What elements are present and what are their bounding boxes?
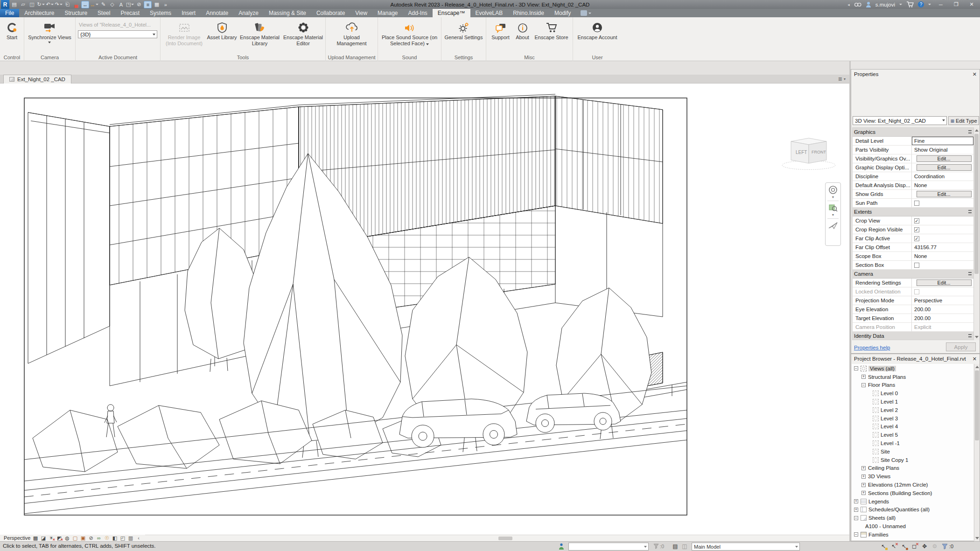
- crop-region-visible-checkbox[interactable]: ✓: [914, 227, 919, 232]
- user-name[interactable]: s.mujovi: [875, 2, 895, 7]
- viewcube[interactable]: LEFT FRONT: [780, 132, 837, 172]
- section-extents[interactable]: Extents: [853, 208, 973, 216]
- property-row[interactable]: Sun Path: [853, 199, 973, 208]
- tab-list-dropdown-icon[interactable]: ▾: [844, 77, 846, 81]
- tree-item[interactable]: +3D Views: [852, 472, 973, 481]
- tree-item[interactable]: +Structural Plans: [852, 373, 973, 381]
- property-row[interactable]: Camera PositionExplicit: [853, 323, 973, 332]
- tab-systems[interactable]: Systems: [145, 9, 176, 17]
- customize-qat-icon[interactable]: »: [161, 1, 169, 8]
- section-box-checkbox[interactable]: [914, 263, 919, 268]
- upload-management-button[interactable]: Upload Management: [335, 18, 368, 55]
- property-row[interactable]: Eye Elevation200.00: [853, 305, 973, 314]
- crop-view-checkbox[interactable]: ✓: [914, 218, 919, 223]
- tree-item[interactable]: −Families: [852, 530, 973, 539]
- property-row[interactable]: Section Box: [853, 261, 973, 270]
- view-tab-active[interactable]: Ext_Night_02 _CAD: [3, 75, 71, 84]
- design-options-combo[interactable]: [568, 543, 649, 551]
- tree-item[interactable]: Level 3: [852, 414, 973, 423]
- properties-scrollbar[interactable]: [973, 127, 979, 340]
- close-button[interactable]: ✕: [966, 0, 977, 9]
- type-selector-combo[interactable]: 3D View: Ext_Night_02 _CAD: [853, 116, 947, 125]
- tab-architecture[interactable]: Architecture: [19, 9, 59, 17]
- thin-lines-icon[interactable]: ≡: [144, 1, 152, 8]
- help-dropdown-icon[interactable]: [928, 4, 931, 5]
- property-row[interactable]: Parts VisibilityShow Original: [853, 146, 973, 154]
- measure-icon[interactable]: ↔: [81, 1, 89, 8]
- section-identity-data[interactable]: Identity Data: [853, 332, 973, 340]
- tree-item[interactable]: Level 0: [852, 389, 973, 398]
- undo-icon[interactable]: ↶: [46, 1, 54, 8]
- editable-only-filter-icon[interactable]: [653, 544, 659, 549]
- tree-item[interactable]: −Sheets (all): [852, 514, 973, 522]
- detail-level-icon[interactable]: ▩: [32, 535, 38, 541]
- tag-by-category-icon[interactable]: ◇: [108, 1, 116, 8]
- horizontal-scrollbar-thumb[interactable]: [498, 537, 512, 540]
- sun-path-checkbox[interactable]: [914, 201, 919, 206]
- enscape-material-editor-button[interactable]: Enscape Material Editor: [282, 18, 324, 55]
- tree-item[interactable]: Level -1: [852, 439, 973, 447]
- tree-item[interactable]: Level 5: [852, 431, 973, 439]
- property-row[interactable]: Default Analysis Disp...None: [853, 181, 973, 190]
- expander-icon[interactable]: +: [861, 466, 866, 470]
- tab-collaborate[interactable]: Collaborate: [311, 9, 350, 17]
- property-row[interactable]: Visibility/Graphics Ov...Edit...: [853, 154, 973, 163]
- tab-precast[interactable]: Precast: [115, 9, 145, 17]
- general-settings-button[interactable]: General Settings: [443, 18, 484, 55]
- worksharing-display-icon[interactable]: ▥: [127, 535, 133, 541]
- enscape-start-button[interactable]: Start: [5, 18, 19, 55]
- tree-item[interactable]: −Floor Plans: [852, 381, 973, 390]
- property-row[interactable]: DisciplineCoordination: [853, 172, 973, 181]
- show-crop-region-icon[interactable]: ▣: [80, 535, 86, 541]
- switch-windows-icon[interactable]: ▦: [153, 1, 161, 8]
- pan-icon[interactable]: [828, 221, 838, 230]
- redo-icon[interactable]: ↷: [55, 1, 63, 8]
- properties-help-link[interactable]: Properties help: [854, 345, 890, 350]
- property-row[interactable]: Projection ModePerspective: [853, 296, 973, 305]
- expander-icon[interactable]: +: [854, 499, 858, 503]
- expander-icon[interactable]: −: [854, 532, 858, 537]
- property-row[interactable]: Graphic Display Opti...Edit...: [853, 163, 973, 172]
- tab-modify[interactable]: Modify: [549, 9, 576, 17]
- tab-analyze[interactable]: Analyze: [233, 9, 264, 17]
- help-icon[interactable]: ?: [918, 1, 924, 7]
- scale-label[interactable]: Perspective: [4, 535, 30, 541]
- visual-style-icon[interactable]: ◪: [40, 535, 46, 541]
- tree-item[interactable]: Site Copy 1: [852, 456, 973, 464]
- property-row[interactable]: Crop View✓: [853, 216, 973, 225]
- expander-icon[interactable]: −: [861, 383, 866, 387]
- expander-icon[interactable]: −: [854, 516, 858, 520]
- tab-rhino-inside[interactable]: Rhino.Inside: [508, 9, 549, 17]
- section-graphics[interactable]: Graphics: [853, 128, 973, 137]
- enscape-material-library-button[interactable]: Enscape Material Library: [238, 18, 282, 55]
- property-row[interactable]: Target Elevation200.00: [853, 314, 973, 323]
- zoom-dropdown-icon[interactable]: ▼: [832, 213, 835, 216]
- print-icon[interactable]: ⎗: [63, 1, 71, 8]
- property-row[interactable]: Crop Region Visible✓: [853, 225, 973, 234]
- far-clip-active-checkbox[interactable]: ✓: [914, 236, 919, 241]
- open-icon[interactable]: ▱: [19, 1, 27, 8]
- select-by-face-icon[interactable]: ◻✕: [910, 543, 918, 550]
- section-icon[interactable]: ⊘: [135, 1, 143, 8]
- temporary-hide-isolate-icon[interactable]: ∞: [96, 535, 102, 541]
- ribbon-state-dropdown-icon[interactable]: [588, 13, 591, 14]
- project-browser-close-icon[interactable]: ✕: [973, 356, 977, 362]
- tree-item[interactable]: +Legends: [852, 497, 973, 506]
- expander-icon[interactable]: +: [861, 474, 866, 479]
- drawing-canvas[interactable]: LEFT FRONT ▼ ▼: [0, 84, 849, 535]
- tab-steel[interactable]: Steel: [92, 9, 115, 17]
- property-row[interactable]: Locked Orientation: [853, 287, 973, 296]
- tree-item[interactable]: +Elevations (12mm Circle): [852, 481, 973, 489]
- tree-item[interactable]: Level 4: [852, 423, 973, 431]
- tree-item[interactable]: +Schedules/Quantities (all): [852, 506, 973, 514]
- sync-views-dropdown-icon[interactable]: [48, 42, 51, 43]
- tree-item[interactable]: Level 1: [852, 398, 973, 406]
- reveal-hidden-elements-icon[interactable]: ☉: [104, 535, 110, 541]
- shadows-off-icon[interactable]: ◩✕: [56, 535, 62, 541]
- tab-list-icon[interactable]: ≣: [838, 76, 842, 82]
- asset-library-button[interactable]: Asset Library: [207, 18, 238, 55]
- apply-button[interactable]: Apply: [946, 342, 976, 351]
- vcb-collapse-icon[interactable]: ‹: [135, 535, 141, 541]
- collapse-icon[interactable]: ◂: [847, 2, 850, 7]
- support-button[interactable]: Support: [489, 18, 513, 55]
